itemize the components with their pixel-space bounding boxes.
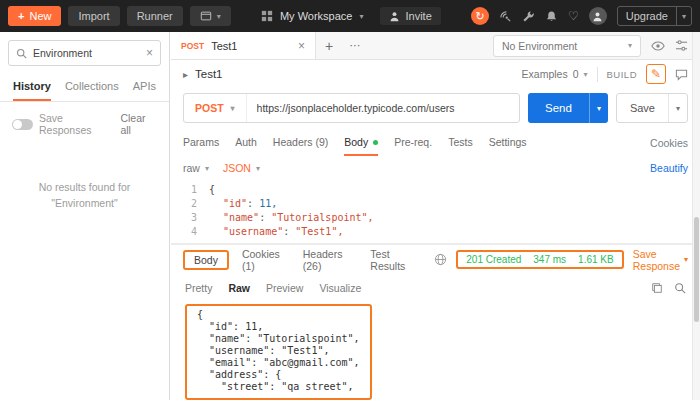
request-body-editor[interactable]: 1 { 2 "id": 11, 3 "name": "Tutorialspoin… bbox=[171, 180, 700, 244]
view-tab-preview[interactable]: Preview bbox=[266, 282, 303, 294]
response-line: "street": "qa street", bbox=[197, 381, 360, 393]
scrollbar-thumb[interactable] bbox=[694, 217, 699, 322]
edit-docs-button[interactable]: ✎ bbox=[646, 64, 666, 84]
response-line: { bbox=[197, 309, 360, 321]
history-empty-message: No results found for "Environment" bbox=[0, 180, 169, 212]
request-section-tabs: Params Auth Headers (9) Body Pre-req. Te… bbox=[171, 130, 700, 156]
search-icon bbox=[16, 48, 27, 59]
sidebar-tabs: History Collections APIs bbox=[0, 74, 169, 102]
sync-icon[interactable]: ↻ bbox=[471, 7, 489, 25]
json-key: "name" bbox=[223, 212, 259, 223]
response-tab-test-results[interactable]: Test Results bbox=[370, 248, 421, 272]
chevron-down-icon: ▾ bbox=[684, 255, 688, 264]
wrench-icon[interactable] bbox=[522, 10, 535, 23]
environment-controls: No Environment ▾ bbox=[493, 32, 700, 59]
save-options-icon[interactable]: ▾ bbox=[668, 94, 687, 122]
method-label: POST bbox=[195, 102, 224, 114]
environment-quick-look-icon[interactable] bbox=[651, 39, 665, 53]
save-responses-toggle[interactable] bbox=[12, 119, 33, 130]
chevron-right-icon[interactable]: ▸ bbox=[183, 69, 188, 80]
tab-body[interactable]: Body bbox=[344, 130, 378, 156]
body-format-select[interactable]: JSON ▾ bbox=[223, 162, 260, 174]
url-input[interactable] bbox=[247, 102, 519, 114]
view-tab-pretty[interactable]: Pretty bbox=[185, 282, 212, 294]
method-select[interactable]: POST ▾ bbox=[184, 94, 247, 122]
response-tab-headers[interactable]: Headers (26) bbox=[303, 248, 358, 272]
save-response-label: Save Response bbox=[633, 248, 680, 272]
response-line: "address": { bbox=[197, 369, 360, 381]
chevron-down-icon: ▾ bbox=[584, 70, 588, 79]
examples-dropdown[interactable]: Examples 0 ▾ bbox=[522, 68, 588, 80]
workspace-switcher[interactable]: My Workspace ▾ bbox=[261, 10, 364, 22]
tab-options-icon[interactable]: ⋯ bbox=[342, 32, 368, 59]
toggle-knob bbox=[13, 120, 22, 129]
body-type-row: raw ▾ JSON ▾ Beautify bbox=[171, 156, 700, 180]
close-icon[interactable]: × bbox=[146, 46, 153, 60]
line-number: 1 bbox=[177, 183, 197, 197]
chevron-down-icon: ▾ bbox=[628, 41, 632, 50]
tab-method-label: POST bbox=[181, 41, 204, 51]
view-tab-visualize[interactable]: Visualize bbox=[319, 282, 361, 294]
clear-all-link[interactable]: Clear all bbox=[120, 112, 157, 136]
save-button-group: Save ▾ bbox=[616, 93, 688, 123]
body-content-dot bbox=[373, 140, 378, 145]
comment-button[interactable] bbox=[675, 68, 688, 81]
search-input[interactable] bbox=[33, 47, 140, 59]
topbar-left: +New Import Runner ▾ bbox=[8, 6, 231, 26]
save-button[interactable]: Save bbox=[617, 94, 668, 122]
body-type-select[interactable]: raw ▾ bbox=[183, 162, 209, 174]
heart-icon[interactable]: ♡ bbox=[568, 9, 579, 23]
environment-select[interactable]: No Environment ▾ bbox=[493, 35, 641, 57]
tab-settings[interactable]: Settings bbox=[489, 130, 527, 156]
examples-label: Examples bbox=[522, 68, 568, 80]
topbar-right: ↻ ♡ Upgrade ▾ bbox=[471, 6, 692, 26]
send-options-icon[interactable]: ▾ bbox=[589, 93, 608, 123]
environment-settings-icon[interactable] bbox=[675, 39, 688, 52]
tab-body-label: Body bbox=[344, 136, 368, 148]
import-button[interactable]: Import bbox=[68, 6, 119, 26]
response-tab-body[interactable]: Body bbox=[183, 250, 229, 270]
search-icon[interactable] bbox=[674, 282, 686, 294]
invite-label: Invite bbox=[406, 10, 432, 22]
upgrade-button[interactable]: Upgrade ▾ bbox=[617, 6, 692, 26]
status-code: 201 Created bbox=[466, 254, 521, 265]
window-icon bbox=[200, 10, 212, 22]
tab-headers[interactable]: Headers (9) bbox=[273, 130, 328, 156]
runner-button[interactable]: Runner bbox=[127, 6, 183, 26]
upgrade-label: Upgrade bbox=[618, 7, 676, 25]
json-value: "Tutorialspoint", bbox=[271, 212, 373, 223]
avatar[interactable] bbox=[589, 7, 607, 25]
sidebar-tab-apis[interactable]: APIs bbox=[133, 74, 156, 101]
copy-icon[interactable] bbox=[651, 282, 663, 294]
tab-auth[interactable]: Auth bbox=[235, 130, 257, 156]
satellite-icon[interactable] bbox=[499, 10, 512, 23]
tab-prerequest[interactable]: Pre-req. bbox=[394, 130, 432, 156]
close-tab-icon[interactable]: × bbox=[298, 39, 305, 53]
view-tab-raw[interactable]: Raw bbox=[228, 282, 250, 294]
new-button[interactable]: +New bbox=[8, 6, 61, 26]
response-body[interactable]: { "id": 11, "name": "Tutorialspoint", "u… bbox=[185, 304, 372, 400]
sidebar-tab-collections[interactable]: Collections bbox=[65, 74, 119, 101]
beautify-link[interactable]: Beautify bbox=[650, 162, 688, 174]
response-tab-cookies[interactable]: Cookies (1) bbox=[242, 248, 290, 272]
response-header: Body Cookies (1) Headers (26) Test Resul… bbox=[171, 244, 700, 274]
request-title-actions: Examples 0 ▾ BUILD ✎ bbox=[522, 64, 688, 84]
save-response-button[interactable]: Save Response ▾ bbox=[633, 248, 688, 272]
tab-tests[interactable]: Tests bbox=[448, 130, 473, 156]
sidebar-tab-history[interactable]: History bbox=[13, 74, 51, 101]
new-tab-button[interactable]: + bbox=[316, 32, 342, 59]
send-button[interactable]: Send bbox=[528, 93, 589, 123]
request-tab[interactable]: POST Test1 × bbox=[171, 32, 316, 59]
open-new-window-button[interactable]: ▾ bbox=[190, 6, 231, 26]
cookies-link[interactable]: Cookies bbox=[650, 130, 688, 156]
request-title-row: ▸ Test1 Examples 0 ▾ BUILD ✎ bbox=[171, 60, 700, 88]
request-tab-strip: POST Test1 × + ⋯ No Environment ▾ bbox=[171, 32, 700, 60]
bell-icon[interactable] bbox=[545, 10, 558, 23]
tab-params[interactable]: Params bbox=[183, 130, 219, 156]
network-icon[interactable] bbox=[434, 253, 447, 266]
send-button-group: Send ▾ bbox=[528, 93, 608, 123]
invite-button[interactable]: Invite bbox=[380, 7, 441, 25]
url-box: POST ▾ bbox=[183, 93, 520, 123]
response-size: 1.61 KB bbox=[578, 254, 614, 265]
vertical-scrollbar[interactable] bbox=[692, 32, 700, 400]
